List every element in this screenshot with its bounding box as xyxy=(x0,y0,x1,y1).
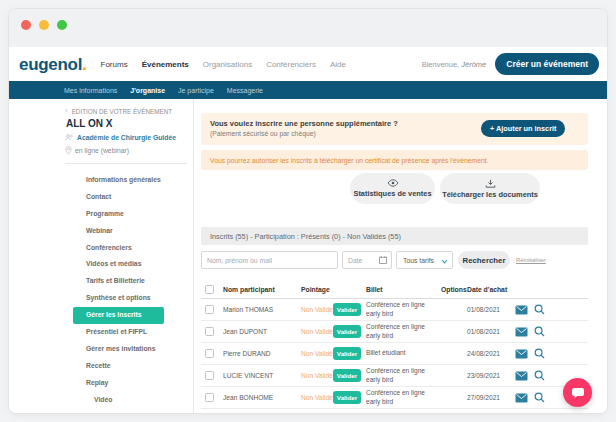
validate-button[interactable]: Valider xyxy=(333,325,361,338)
sidebar-item-tarifs-et-billetterie[interactable]: Tarifs et Billetterie xyxy=(9,273,193,290)
registrants-table: Nom participant Pointage Billet Options … xyxy=(201,281,588,409)
search-button[interactable]: Rechercher xyxy=(458,251,510,269)
account-subnav: Mes informations J'organise Je participe… xyxy=(9,81,607,99)
billet-cell: Conférence en ligne early bird xyxy=(366,367,441,383)
tarif-select[interactable]: Tous tarifs xyxy=(396,251,453,269)
row-checkbox[interactable] xyxy=(205,371,214,380)
sidebar-item-presentiel-et-fifpl[interactable]: Présentiel et FIFPL xyxy=(9,324,193,341)
subnav-messagerie[interactable]: Messagerie xyxy=(227,87,263,94)
sidebar-item-replay[interactable]: Replay xyxy=(9,375,193,392)
participant-name: Jean DUPONT xyxy=(223,328,301,335)
billet-cell: Billet étudiant xyxy=(366,349,441,357)
chat-fab-button[interactable] xyxy=(563,378,592,407)
table-row: Pierre DURAND Non Validé Valider Billet … xyxy=(201,343,588,365)
sidebar-item-programme[interactable]: Programme xyxy=(9,206,193,223)
row-mail-icon[interactable] xyxy=(512,371,530,381)
sidebar-item-webinar[interactable]: Webinar xyxy=(9,223,193,240)
row-checkbox[interactable] xyxy=(205,305,214,314)
row-detail-icon[interactable] xyxy=(530,326,548,337)
col-nom-participant: Nom participant xyxy=(223,286,301,294)
row-detail-icon[interactable] xyxy=(530,392,548,403)
participant-name: Jean BONHOME xyxy=(223,394,301,401)
row-checkbox[interactable] xyxy=(205,349,214,358)
main-content: Vous voulez inscrire une personne supplé… xyxy=(194,99,607,413)
row-mail-icon[interactable] xyxy=(512,393,530,403)
window-titlebar xyxy=(9,9,607,47)
event-title: ALL ON X xyxy=(66,118,112,129)
certificate-notice: Vous pourrez autoriser les inscrits à té… xyxy=(201,150,588,170)
row-checkbox[interactable] xyxy=(205,393,214,402)
sales-stats-button[interactable]: Statistiques de ventes xyxy=(350,173,435,204)
user-name: Jérôme xyxy=(461,60,486,69)
pin-icon xyxy=(65,146,72,155)
table-row: Marion THOMAS Non Validé Valider Confére… xyxy=(201,299,588,321)
row-mail-icon[interactable] xyxy=(512,327,530,337)
registrants-summary-text: Inscrits (55) - Participation : Présents… xyxy=(210,232,401,241)
sidebar-item-videos-et-medias[interactable]: Vidéos et médias xyxy=(9,256,193,273)
subnav-jorganise[interactable]: J'organise xyxy=(130,87,165,94)
pointage-status: Non Validé xyxy=(301,394,333,401)
chevron-down-icon xyxy=(441,259,448,264)
back-to-events-link[interactable]: ‹ EDITION DE VOTRE ÉVÉNEMENT xyxy=(65,107,172,115)
purchase-date: 01/08/2021 xyxy=(467,328,512,335)
row-detail-icon[interactable] xyxy=(530,348,548,359)
welcome-text: Bienvenue, Jérôme xyxy=(422,60,487,69)
billet-cell: Conférence en ligne early bird xyxy=(366,323,441,339)
row-mail-icon[interactable] xyxy=(512,349,530,359)
nav-evenements[interactable]: Événements xyxy=(142,60,189,69)
col-date-achat: Date d'achat xyxy=(467,286,512,294)
download-documents-label: Télécharger les documents xyxy=(442,190,538,199)
pointage-status: Non Validé xyxy=(301,328,333,335)
row-checkbox[interactable] xyxy=(205,327,214,336)
validate-button[interactable]: Valider xyxy=(333,391,361,404)
nav-aide[interactable]: Aide xyxy=(330,60,346,69)
sidebar-item-synthese-et-options[interactable]: Synthèse et options xyxy=(9,290,193,307)
validate-button[interactable]: Valider xyxy=(333,369,361,382)
subnav-je-participe[interactable]: Je participe xyxy=(178,87,214,94)
purchase-date: 27/09/2021 xyxy=(467,394,512,401)
purchase-date: 24/08/2021 xyxy=(467,350,512,357)
row-mail-icon[interactable] xyxy=(512,305,530,315)
purchase-date: 01/08/2021 xyxy=(467,306,512,313)
event-location: en ligne (webinar) xyxy=(65,146,129,155)
row-detail-icon[interactable] xyxy=(530,370,548,381)
app-window: eugenol. Forums Événements Organisations… xyxy=(8,8,608,414)
sales-stats-label: Statistiques de ventes xyxy=(353,189,431,198)
sidebar-item-recette[interactable]: Recette xyxy=(9,358,193,375)
add-registrant-button[interactable]: + Ajouter un inscrit xyxy=(481,120,565,137)
maximize-window-icon[interactable] xyxy=(57,20,67,30)
row-detail-icon[interactable] xyxy=(530,304,548,315)
organizer-link[interactable]: Académie de Chirurgie Guidée xyxy=(65,134,176,141)
billet-cell: Conférence en ligne early bird xyxy=(366,389,441,405)
download-documents-button[interactable]: Télécharger les documents xyxy=(440,173,540,204)
validate-button[interactable]: Valider xyxy=(333,347,361,360)
nav-conferenciers[interactable]: Conférenciers xyxy=(266,60,316,69)
sidebar-item-informations-generales[interactable]: Informations générales xyxy=(9,172,193,189)
validate-button[interactable]: Valider xyxy=(333,303,361,316)
sidebar-divider xyxy=(65,163,187,164)
pointage-status: Non Validé xyxy=(301,372,333,379)
subnav-mes-informations[interactable]: Mes informations xyxy=(64,87,117,94)
sidebar-item-gerer-mes-invitations[interactable]: Gérer mes invitations xyxy=(9,341,193,358)
nav-organisations[interactable]: Organisations xyxy=(203,60,252,69)
invite-banner: Vous voulez inscrire une personne supplé… xyxy=(201,113,588,145)
create-event-button[interactable]: Créer un événement xyxy=(495,53,599,75)
sidebar-item-video[interactable]: Vidéo xyxy=(9,392,193,409)
reset-filters-link[interactable]: Réinitialiser xyxy=(516,257,546,263)
sidebar-menu: Informations générales Contact Programme… xyxy=(9,172,193,408)
select-all-checkbox[interactable] xyxy=(205,285,214,294)
close-window-icon[interactable] xyxy=(21,20,31,30)
table-header-row: Nom participant Pointage Billet Options … xyxy=(201,281,588,299)
top-header: eugenol. Forums Événements Organisations… xyxy=(9,47,607,81)
invite-banner-subtitle: (Paiement sécurisé ou par chèque) xyxy=(210,130,316,137)
registrants-summary-bar: Inscrits (55) - Participation : Présents… xyxy=(201,227,588,245)
eugenol-logo[interactable]: eugenol. xyxy=(19,56,87,73)
sidebar-item-contact[interactable]: Contact xyxy=(9,189,193,206)
minimize-window-icon[interactable] xyxy=(39,20,49,30)
invite-banner-title: Vous voulez inscrire une personne supplé… xyxy=(210,119,398,128)
search-input[interactable] xyxy=(201,251,338,269)
participant-name: Pierre DURAND xyxy=(223,350,301,357)
sidebar-item-gerer-les-inscrits[interactable]: Gérer les inscrits xyxy=(73,307,164,324)
sidebar-item-conferenciers[interactable]: Conférenciers xyxy=(9,240,193,257)
nav-forums[interactable]: Forums xyxy=(101,60,128,69)
